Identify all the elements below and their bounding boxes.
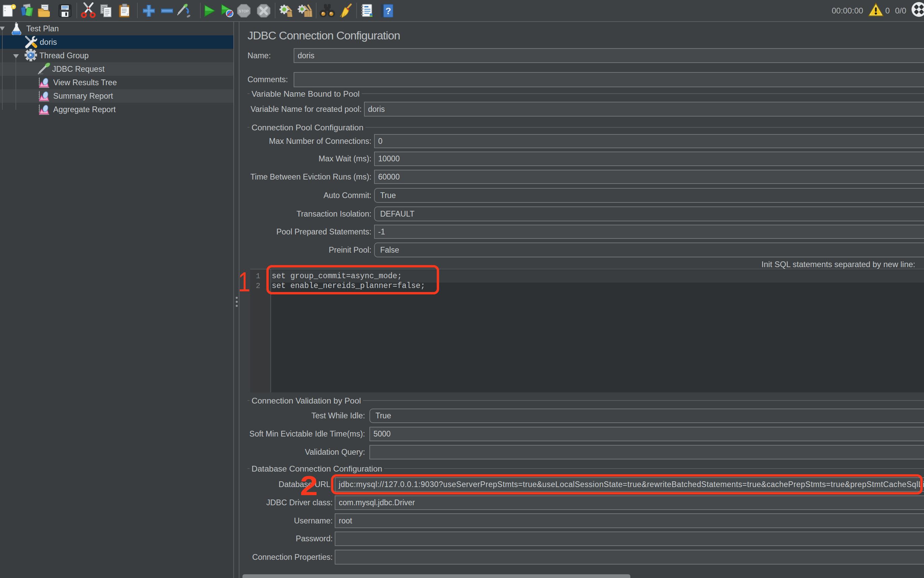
svg-text:?: ?	[385, 6, 391, 16]
svg-text:STOP: STOP	[239, 9, 249, 13]
